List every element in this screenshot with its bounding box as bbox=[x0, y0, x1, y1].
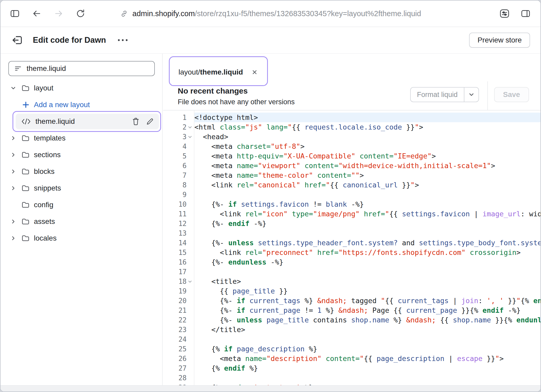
browser-chrome: admin.shopify.com/store/rzq1xu-f5/themes… bbox=[1, 1, 540, 27]
sidebar-item-templates[interactable]: templates bbox=[1, 130, 162, 146]
format-liquid-button[interactable]: Format liquid bbox=[410, 87, 479, 102]
code-line[interactable]: {% endif %} bbox=[194, 363, 540, 373]
tab-theme-liquid[interactable]: layout/theme.liquid bbox=[172, 59, 265, 85]
save-button[interactable]: Save bbox=[494, 87, 529, 102]
sidebar-item-label: assets bbox=[34, 217, 55, 226]
code-line[interactable]: <link rel="canonical" href="{{ canonical… bbox=[194, 180, 540, 190]
sidebar-item-config[interactable]: config bbox=[1, 197, 162, 213]
sidebar-item-label: layout bbox=[34, 84, 53, 92]
sidebar-item-locales[interactable]: locales bbox=[1, 230, 162, 247]
selected-file-row: theme.liquid bbox=[1, 113, 162, 130]
preview-store-button[interactable]: Preview store bbox=[469, 33, 530, 48]
code-lines[interactable]: <!doctype html><html class="js" lang="{{… bbox=[194, 111, 540, 385]
code-line[interactable]: {{ page_title }} bbox=[194, 286, 540, 296]
back-icon[interactable] bbox=[32, 9, 42, 19]
chevron-right-icon bbox=[10, 135, 21, 142]
file-search-input[interactable]: theme.liquid bbox=[8, 61, 155, 76]
add-new-layout-button[interactable]: Add a new layout bbox=[1, 96, 162, 113]
sidebar-item-blocks[interactable]: blocks bbox=[1, 163, 162, 180]
forward-icon[interactable] bbox=[54, 9, 64, 19]
code-line[interactable]: {%- endif -%} bbox=[194, 219, 540, 228]
url-host: admin.shopify.com bbox=[132, 9, 195, 18]
tab-file-name: theme.liquid bbox=[200, 68, 243, 76]
chevron-right-icon bbox=[10, 168, 21, 175]
line-number: 13 bbox=[163, 228, 194, 238]
code-line[interactable]: <meta name="theme-color" content=""> bbox=[194, 170, 540, 180]
reload-icon[interactable] bbox=[76, 9, 85, 19]
line-number: 3 bbox=[163, 132, 194, 142]
chevron-right-icon bbox=[10, 185, 21, 192]
line-number: 15 bbox=[163, 248, 194, 257]
close-tab-icon[interactable] bbox=[251, 69, 258, 76]
code-line[interactable]: {%- endunless -%} bbox=[194, 257, 540, 267]
sidebar-item-snippets[interactable]: snippets bbox=[1, 180, 162, 197]
code-line[interactable]: <meta name="viewport" content="width=dev… bbox=[194, 161, 540, 170]
code-line[interactable]: <html class="js" lang="{{ request.locale… bbox=[194, 122, 540, 132]
code-line[interactable] bbox=[194, 228, 540, 238]
sidebar-item-theme-liquid[interactable]: theme.liquid bbox=[16, 114, 159, 129]
line-number: 16 bbox=[163, 257, 194, 267]
page-title: Edit code for Dawn bbox=[33, 35, 106, 45]
line-number: 28 bbox=[163, 373, 194, 383]
fold-chevron-icon[interactable] bbox=[187, 134, 194, 139]
code-line[interactable]: <link rel="icon" type="image/png" href="… bbox=[194, 209, 540, 219]
code-line[interactable]: <!doctype html> bbox=[194, 113, 540, 122]
line-number: 17 bbox=[163, 267, 194, 277]
line-number: 27 bbox=[163, 363, 194, 373]
search-value: theme.liquid bbox=[27, 64, 66, 73]
url-bar[interactable]: admin.shopify.com/store/rzq1xu-f5/themes… bbox=[120, 9, 421, 18]
folder-icon bbox=[21, 184, 34, 192]
code-line[interactable]: <meta charset="utf-8"> bbox=[194, 142, 540, 151]
folder-icon bbox=[21, 84, 34, 92]
line-number: 12 bbox=[163, 219, 194, 228]
code-line[interactable]: {%- unless settings.type_header_font.sys… bbox=[194, 238, 540, 248]
code-line[interactable] bbox=[194, 334, 540, 344]
code-line[interactable]: {% render 'meta-tags' %} bbox=[194, 383, 540, 385]
code-line[interactable]: <link rel="preconnect" href="https://fon… bbox=[194, 248, 540, 257]
editor-header: layout/theme.liquid No recent changes Fi… bbox=[163, 54, 540, 111]
exit-code-editor-icon[interactable] bbox=[11, 34, 23, 46]
line-number: 22 bbox=[163, 315, 194, 325]
more-actions-icon[interactable] bbox=[117, 38, 128, 42]
code-line[interactable]: <meta name="description" content="{{ pag… bbox=[194, 354, 540, 363]
code-line[interactable]: <title> bbox=[194, 277, 540, 286]
code-line[interactable] bbox=[194, 190, 540, 199]
chevron-right-icon bbox=[10, 218, 21, 225]
code-line[interactable]: </title> bbox=[194, 325, 540, 334]
sidebar-item-label: sections bbox=[34, 151, 61, 159]
code-line[interactable] bbox=[194, 267, 540, 277]
code-line[interactable]: {%- if settings.favicon != blank -%} bbox=[194, 199, 540, 209]
chevron-down-icon[interactable] bbox=[464, 88, 478, 102]
format-liquid-label: Format liquid bbox=[411, 88, 464, 102]
code-line[interactable]: <meta http-equiv="X-UA-Compatible" conte… bbox=[194, 151, 540, 161]
code-line[interactable] bbox=[194, 373, 540, 383]
delete-file-icon[interactable] bbox=[131, 116, 141, 127]
line-number: 24 bbox=[163, 334, 194, 344]
code-line[interactable]: {% if page_description %} bbox=[194, 344, 540, 354]
sidebar-item-assets[interactable]: assets bbox=[1, 213, 162, 230]
code-line[interactable]: <head> bbox=[194, 132, 540, 142]
line-number: 1 bbox=[163, 113, 194, 122]
sidebar-toggle-icon[interactable] bbox=[10, 9, 20, 19]
annotation-ring-tab: layout/theme.liquid bbox=[169, 56, 268, 86]
line-number: 4 bbox=[163, 142, 194, 151]
line-number: 11 bbox=[163, 209, 194, 219]
code-line[interactable]: {%- unless page_title contains shop.name… bbox=[194, 315, 540, 325]
fold-chevron-icon[interactable] bbox=[187, 279, 194, 284]
fold-chevron-icon[interactable] bbox=[187, 125, 194, 130]
rename-file-icon[interactable] bbox=[145, 117, 155, 126]
folder-icon bbox=[21, 134, 34, 142]
status-subtitle: File does not have any other versions bbox=[178, 98, 295, 106]
code-line[interactable]: {%- if current_page != 1 %} &ndash; Page… bbox=[194, 305, 540, 315]
panel-right-icon[interactable] bbox=[521, 9, 531, 19]
line-number: 14 bbox=[163, 238, 194, 248]
window-bottom-strip bbox=[1, 385, 540, 391]
sidebar-item-sections[interactable]: sections bbox=[1, 146, 162, 163]
chevron-right-icon bbox=[10, 151, 21, 158]
browser-settings-icon[interactable] bbox=[499, 8, 510, 19]
code-editor[interactable]: 1234567891011121314151617181920212223242… bbox=[163, 111, 540, 385]
filter-icon bbox=[14, 65, 22, 72]
sidebar-item-layout[interactable]: layout bbox=[1, 80, 162, 96]
code-line[interactable]: {%- if current_tags %} &ndash; tagged "{… bbox=[194, 296, 540, 305]
folder-icon bbox=[21, 167, 34, 176]
